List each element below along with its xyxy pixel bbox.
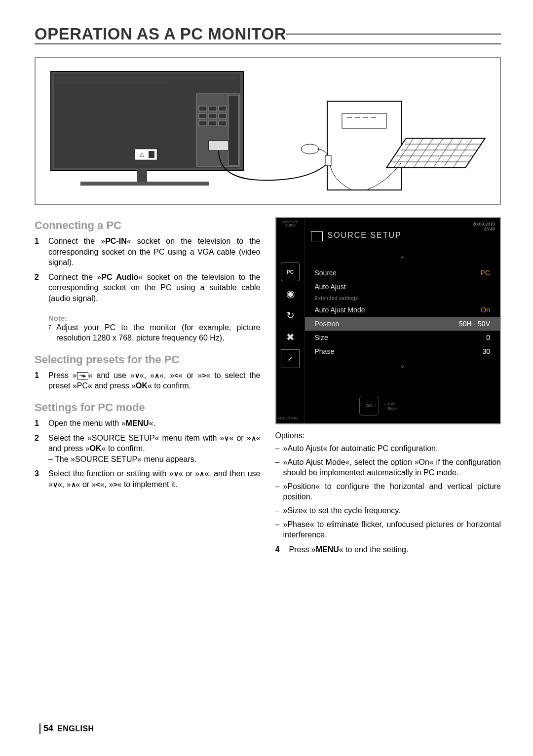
osd-row-position: Position 50H - 50V [305, 317, 500, 331]
osd-down-indicator: ⌄ [305, 358, 500, 372]
svg-rect-39 [325, 155, 331, 165]
up-chevron-icon: ∧ [199, 470, 204, 478]
svg-rect-5 [80, 182, 209, 186]
svg-rect-14 [199, 113, 207, 118]
svg-rect-18 [209, 121, 217, 126]
source-button-icon: ⇥▸ [77, 372, 88, 379]
svg-rect-15 [209, 113, 217, 118]
page-title: OPERATION AS A PC MONITOR [35, 25, 286, 43]
svg-rect-8 [149, 151, 154, 158]
connecting-steps: 1 Connect the »PC-IN« socket on the tele… [35, 236, 261, 304]
up-chevron-icon: ∧ [71, 481, 76, 489]
option-auto-ajust: »Auto Ajust« for automatic PC configurat… [275, 443, 501, 454]
osd-extended-label: Extended settings [305, 294, 500, 303]
up-chevron-icon: ∧ [154, 372, 159, 379]
selecting-step-1: 1 Press »⇥▸« and use »∨«, »∧«, »<« or »>… [35, 370, 261, 391]
down-chevron-icon: ∨ [53, 481, 58, 489]
right-column: COMFORT GUIDE PC ◉ ↻ ✖ ⤢ GRUNDIG 20.09.2… [275, 217, 501, 565]
svg-point-27 [301, 144, 319, 154]
page-footer: 54 ENGLISH [39, 723, 94, 734]
svg-text:⚠: ⚠ [139, 151, 145, 158]
option-auto-ajust-mode: »Auto Ajust Mode«, select the option »On… [275, 457, 501, 478]
down-chevron-icon: ∨ [174, 470, 179, 478]
svg-rect-19 [219, 121, 227, 126]
settings-step-3: 3 Select the function or setting with »∨… [35, 468, 261, 490]
note-heading: Note: [48, 314, 261, 322]
up-chevron-icon: ∧ [251, 434, 256, 442]
selecting-steps: 1 Press »⇥▸« and use »∨«, »∧«, »<« or »>… [35, 370, 261, 391]
page-title-row: OPERATION AS A PC MONITOR [35, 25, 501, 44]
osd-title: SOURCE SETUP [328, 231, 402, 240]
osd-row-source: Source PC [305, 266, 500, 280]
pc-monitor-icon [311, 231, 323, 241]
right-chevron-icon: > [113, 481, 117, 489]
connection-diagram: ⚠ [35, 57, 501, 205]
svg-rect-11 [199, 106, 207, 111]
left-column: Connecting a PC 1 Connect the »PC-IN« so… [35, 217, 261, 565]
svg-rect-16 [219, 113, 227, 118]
option-position: »Position« to configure the horizontal a… [275, 481, 501, 502]
osd-up-indicator: ⌃ [305, 253, 500, 266]
osd-title-row: SOURCE SETUP [305, 218, 500, 253]
step-4-list: 4 Press »MENU« to end the setting. [275, 544, 501, 555]
svg-rect-17 [199, 121, 207, 126]
eye-icon: ◉ [281, 284, 300, 303]
osd-row-phase: Phase 30 [305, 344, 500, 358]
settings-step-4: 4 Press »MENU« to end the setting. [275, 544, 501, 555]
option-size: »Size« to set the cycle frequency. [275, 505, 501, 516]
svg-rect-20 [209, 141, 228, 151]
options-list: »Auto Ajust« for automatic PC configurat… [275, 443, 501, 540]
osd-row-auto-ajust: Auto Ajust [305, 280, 500, 294]
svg-rect-4 [137, 170, 147, 183]
left-chevron-icon: < [96, 481, 100, 489]
page-language: ENGLISH [57, 724, 94, 733]
svg-rect-12 [209, 106, 217, 111]
settings-step-2: 2 Select the »SOURCE SETUP« menu item wi… [35, 433, 261, 465]
selecting-heading: Selecting presets for the PC [35, 353, 261, 366]
svg-rect-22 [342, 113, 386, 128]
connecting-step-2: 2 Connect the »PC Audio« socket on the t… [35, 272, 261, 304]
options-heading: Options: [275, 431, 501, 440]
ok-button-icon: OK [359, 396, 379, 416]
brand-label: GRUNDIG [278, 416, 299, 420]
osd-screenshot: COMFORT GUIDE PC ◉ ↻ ✖ ⤢ GRUNDIG 20.09.2… [275, 217, 501, 424]
connecting-step-1: 1 Connect the »PC-IN« socket on the tele… [35, 236, 261, 268]
pc-tv-connection-illustration: ⚠ [41, 64, 495, 197]
note-bullet: Adjust your PC to the monitor (for examp… [35, 322, 261, 343]
settings-steps: 1 Open the menu with »MENU«. 2 Select th… [35, 418, 261, 490]
page-number: 54 [39, 723, 53, 734]
osd-row-auto-ajust-mode: Auto Ajust Mode On [305, 303, 500, 317]
down-chevron-icon: ∨ [135, 372, 140, 379]
comfort-guide-label: COMFORT GUIDE [276, 218, 305, 227]
down-chevron-icon: ∨ [224, 434, 229, 442]
svg-rect-10 [228, 95, 238, 165]
refresh-icon: ↻ [281, 306, 300, 325]
note-text: Adjust your PC to the monitor (for examp… [48, 322, 261, 343]
osd-content: 20.09.2010 15:46 SOURCE SETUP ⌃ Source P… [305, 218, 500, 423]
settings-step-1: 1 Open the menu with »MENU«. [35, 418, 261, 429]
connecting-heading: Connecting a PC [35, 219, 261, 232]
aspect-icon: ⤢ [281, 349, 300, 368]
osd-sidebar: COMFORT GUIDE PC ◉ ↻ ✖ ⤢ GRUNDIG [276, 218, 305, 423]
tools-icon: ✖ [281, 328, 300, 346]
osd-exit-label: –Exit –Back [384, 402, 397, 411]
pc-icon: PC [281, 263, 300, 281]
svg-rect-13 [219, 106, 227, 111]
osd-row-size: Size 0 [305, 331, 500, 344]
osd-datetime: 20.09.2010 15:46 [473, 222, 495, 232]
settings-heading: Settings for PC mode [35, 401, 261, 414]
option-phase: »Phase« to eliminate flicker, unfocused … [275, 519, 501, 540]
